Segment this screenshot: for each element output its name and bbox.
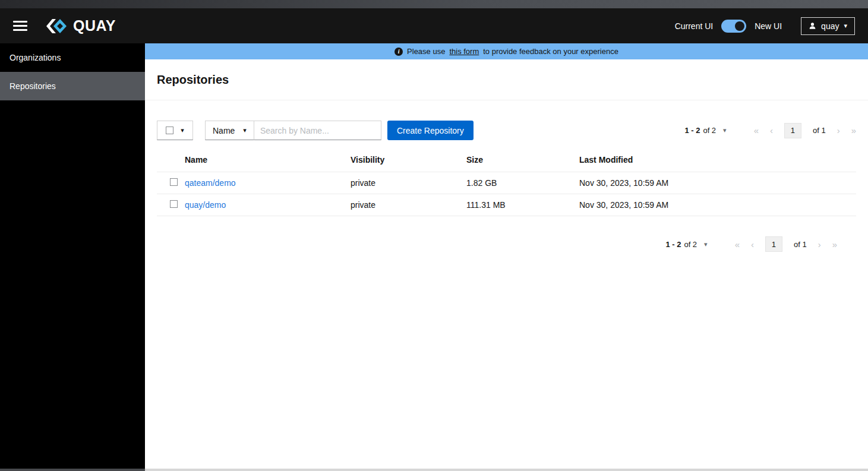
row-checkbox[interactable] — [170, 200, 178, 208]
pagination-range-total: of 2 — [684, 240, 697, 249]
repository-last-modified: Nov 30, 2023, 10:59 AM — [579, 194, 856, 216]
column-header-name: Name — [185, 150, 351, 172]
window-top-strip — [0, 0, 868, 8]
user-menu-dropdown[interactable]: quay ▾ — [801, 17, 855, 35]
search-input[interactable] — [254, 121, 381, 140]
horizontal-scrollbar[interactable] — [0, 469, 868, 471]
pagination-page-input[interactable] — [784, 123, 801, 138]
pagination-range-dropdown[interactable]: 1 - 2 of 2 ▾ — [684, 126, 726, 135]
table-header-row: Name Visibility Size Last Modified — [157, 150, 856, 172]
ui-toggle-switch[interactable] — [721, 20, 746, 33]
main-content: i Please use this form to provide feedba… — [145, 43, 868, 471]
chevron-down-icon: ▾ — [723, 127, 727, 134]
column-header-last-modified: Last Modified — [579, 150, 856, 172]
pagination-range-total: of 2 — [703, 126, 716, 135]
menu-toggle-button[interactable] — [13, 21, 27, 31]
hamburger-icon — [13, 21, 27, 23]
repository-visibility: private — [351, 194, 466, 216]
user-name: quay — [821, 21, 839, 31]
column-header-visibility: Visibility — [351, 150, 466, 172]
quay-logo-icon — [45, 18, 68, 34]
pagination-range-dropdown[interactable]: 1 - 2 of 2 ▾ — [665, 240, 707, 249]
pagination-first-button[interactable]: « — [754, 126, 759, 135]
masthead: QUAY Current UI New UI quay ▾ — [0, 8, 868, 43]
chevron-down-icon: ▾ — [844, 23, 847, 29]
page-header: Repositories — [145, 59, 868, 100]
create-repository-button[interactable]: Create Repository — [387, 121, 474, 140]
pagination-of-label: of 1 — [813, 126, 826, 135]
feedback-form-link[interactable]: this form — [449, 47, 479, 56]
toggle-knob-icon — [735, 21, 744, 31]
user-icon — [809, 22, 816, 30]
repositories-table: Name Visibility Size Last Modified qatea… — [157, 150, 856, 216]
current-ui-label: Current UI — [675, 21, 714, 31]
table-row: quay/demo private 111.31 MB Nov 30, 2023… — [157, 194, 856, 216]
repository-link[interactable]: qateam/demo — [185, 178, 236, 188]
pagination-prev-button[interactable]: ‹ — [751, 240, 754, 249]
pagination-next-button[interactable]: › — [818, 240, 821, 249]
repository-link[interactable]: quay/demo — [185, 200, 226, 210]
pagination-page-input[interactable] — [765, 236, 782, 252]
page-title: Repositories — [157, 73, 856, 87]
repository-visibility: private — [351, 172, 466, 194]
sidebar-item-organizations[interactable]: Organizations — [0, 43, 145, 72]
repository-last-modified: Nov 30, 2023, 10:59 AM — [579, 172, 856, 194]
filter-column-dropdown[interactable]: Name ▾ — [205, 121, 254, 140]
new-ui-label: New UI — [755, 21, 782, 31]
row-checkbox[interactable] — [170, 178, 178, 186]
column-header-size: Size — [466, 150, 579, 172]
sidebar: Organizations Repositories — [0, 43, 145, 471]
pagination-next-button[interactable]: › — [837, 126, 840, 135]
pagination-first-button[interactable]: « — [735, 240, 740, 249]
pagination-top: 1 - 2 of 2 ▾ « ‹ of 1 › » — [684, 123, 856, 138]
pagination-of-label: of 1 — [794, 240, 807, 249]
pagination-last-button[interactable]: » — [832, 240, 837, 249]
bulk-select-checkbox[interactable] — [166, 127, 173, 134]
filter-column-label: Name — [213, 126, 235, 135]
pagination-range-current: 1 - 2 — [684, 126, 700, 135]
pagination-range-current: 1 - 2 — [665, 240, 681, 249]
banner-text-before: Please use — [407, 47, 445, 56]
table-row: qateam/demo private 1.82 GB Nov 30, 2023… — [157, 172, 856, 194]
quay-logo: QUAY — [45, 17, 116, 34]
banner-text-after: to provide feedback on your experience — [483, 47, 618, 56]
sidebar-item-repositories[interactable]: Repositories — [0, 72, 145, 100]
repository-size: 1.82 GB — [466, 172, 579, 194]
brand-text: QUAY — [73, 17, 116, 34]
repository-size: 111.31 MB — [466, 194, 579, 216]
pagination-bottom: 1 - 2 of 2 ▾ « ‹ of 1 › » — [157, 236, 856, 252]
chevron-down-icon: ▾ — [181, 127, 184, 134]
chevron-down-icon: ▾ — [704, 241, 708, 248]
toolbar: ▾ Name ▾ Create Repository 1 - 2 of 2 ▾ — [157, 121, 856, 140]
info-icon: i — [394, 48, 403, 56]
feedback-banner: i Please use this form to provide feedba… — [145, 43, 868, 59]
pagination-prev-button[interactable]: ‹ — [770, 126, 773, 135]
bulk-select-dropdown[interactable]: ▾ — [157, 121, 193, 140]
pagination-last-button[interactable]: » — [851, 126, 856, 135]
chevron-down-icon: ▾ — [243, 127, 247, 134]
